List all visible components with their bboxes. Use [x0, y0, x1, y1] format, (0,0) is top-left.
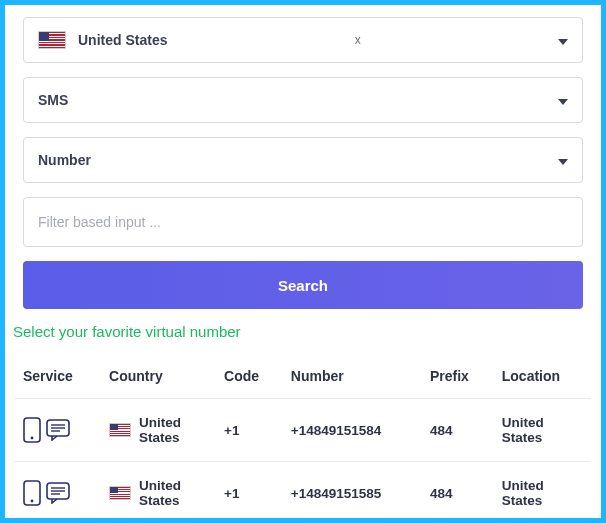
service-select[interactable]: SMS: [23, 77, 583, 123]
type-select[interactable]: Number: [23, 137, 583, 183]
main-panel: United States x SMS Number Search Select…: [5, 5, 601, 518]
cell-number: +14849151585: [283, 462, 422, 519]
col-number: Number: [283, 358, 422, 399]
cell-location: UnitedStates: [494, 399, 591, 462]
sms-icon: [46, 482, 70, 504]
cell-code: +1: [216, 399, 283, 462]
table-row[interactable]: UnitedStates+1+14849151585484UnitedState…: [15, 462, 591, 519]
country-text: UnitedStates: [139, 415, 181, 445]
cell-prefix: 484: [422, 462, 494, 519]
cell-prefix: 484: [422, 399, 494, 462]
table-row[interactable]: UnitedStates+1+14849151584484UnitedState…: [15, 399, 591, 462]
cell-country: UnitedStates: [101, 462, 216, 519]
results-table: Service Country Code Number Prefix Locat…: [15, 358, 591, 518]
col-country: Country: [101, 358, 216, 399]
service-select-label: SMS: [38, 92, 68, 108]
cell-code: +1: [216, 462, 283, 519]
cell-service: [15, 399, 101, 462]
col-prefix: Prefix: [422, 358, 494, 399]
section-subtitle: Select your favorite virtual number: [13, 323, 583, 340]
cell-country: UnitedStates: [101, 399, 216, 462]
filter-text-input[interactable]: [23, 197, 583, 247]
country-select[interactable]: United States x: [23, 17, 583, 63]
us-flag-icon: [109, 486, 131, 500]
country-select-label: United States: [78, 32, 167, 48]
type-select-label: Number: [38, 152, 91, 168]
us-flag-icon: [38, 31, 66, 49]
clear-country-button[interactable]: x: [355, 33, 361, 47]
cell-number: +14849151584: [283, 399, 422, 462]
service-icons: [23, 417, 93, 443]
col-location: Location: [494, 358, 591, 399]
mobile-icon: [23, 480, 41, 506]
chevron-down-icon: [558, 92, 568, 108]
cell-location: UnitedStates: [494, 462, 591, 519]
service-icons: [23, 480, 93, 506]
chevron-down-icon: [558, 152, 568, 168]
col-service: Service: [15, 358, 101, 399]
us-flag-icon: [109, 423, 131, 437]
cell-service: [15, 462, 101, 519]
col-code: Code: [216, 358, 283, 399]
chevron-down-icon: [558, 32, 568, 48]
svg-point-1: [31, 437, 34, 440]
sms-icon: [46, 419, 70, 441]
svg-point-7: [31, 500, 34, 503]
search-button[interactable]: Search: [23, 261, 583, 309]
country-text: UnitedStates: [139, 478, 181, 508]
mobile-icon: [23, 417, 41, 443]
